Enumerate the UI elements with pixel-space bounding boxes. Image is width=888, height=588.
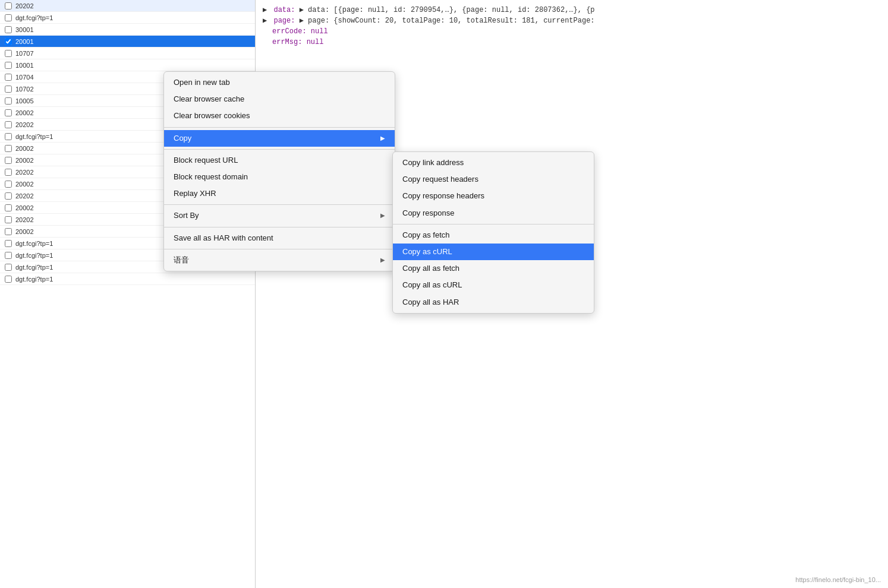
network-item-label: dgt.fcgi?tp=1 xyxy=(15,133,53,140)
value-errcode: null xyxy=(311,27,328,36)
key-errmsg: errMsg: xyxy=(272,38,302,46)
network-item-label: 20002 xyxy=(15,204,34,211)
network-item-label: 20002 xyxy=(15,181,34,188)
network-item-checkbox[interactable] xyxy=(5,62,12,69)
key-errcode: errCode: xyxy=(272,27,307,36)
value-data: ▶ data: [{page: null, id: 2790954,…}, {p… xyxy=(300,6,595,14)
network-item-label: 30001 xyxy=(15,26,34,33)
menu-item-label: Replay XHR xyxy=(174,188,216,199)
network-item-checkbox[interactable] xyxy=(5,181,12,188)
menu-item-label: Clear browser cookies xyxy=(174,110,250,121)
submenu-item-copy-link-address[interactable]: Copy link address xyxy=(393,154,594,171)
submenu-item-copy-all-as-fetch[interactable]: Copy all as fetch xyxy=(393,260,594,277)
submenu-item-label: Copy as cURL xyxy=(402,246,452,257)
submenu-item-copy-response-headers[interactable]: Copy response headers xyxy=(393,188,594,204)
response-line-page: ▶ page: ▶ page: {showCount: 20, totalPag… xyxy=(263,15,881,26)
network-item-checkbox[interactable] xyxy=(5,74,12,81)
network-item-label: dgt.fcgi?tp=1 xyxy=(15,252,53,259)
network-item-checkbox[interactable] xyxy=(5,121,12,128)
menu-item-block-url[interactable]: Block request URL xyxy=(164,152,395,169)
submenu-item-label: Copy response headers xyxy=(402,191,484,201)
submenu-item-label: Copy as fetch xyxy=(402,230,450,241)
submenu-item-copy-response[interactable]: Copy response xyxy=(393,205,594,222)
value-page: ▶ page: {showCount: 20, totalPage: 10, t… xyxy=(300,17,595,25)
menu-item-replay-xhr[interactable]: Replay XHR xyxy=(164,185,395,202)
network-item-label: 20202 xyxy=(15,121,34,128)
key-data: data: xyxy=(273,6,299,14)
menu-separator xyxy=(164,249,395,249)
network-item-label: 20202 xyxy=(15,169,34,176)
submenu-item-label: Copy response xyxy=(402,208,454,219)
menu-separator xyxy=(164,227,395,227)
submenu-item-label: Copy all as cURL xyxy=(402,280,462,290)
network-item-checkbox[interactable] xyxy=(5,240,12,247)
network-item-checkbox[interactable] xyxy=(5,97,12,105)
network-item-checkbox[interactable] xyxy=(5,157,12,164)
submenu-item-label: Copy link address xyxy=(402,157,464,168)
submenu-arrow-icon: ▶ xyxy=(380,134,385,143)
menu-item-label: Open in new tab xyxy=(174,77,230,88)
submenu-item-copy-request-headers[interactable]: Copy request headers xyxy=(393,171,594,188)
network-item-checkbox[interactable] xyxy=(5,2,12,10)
response-line-data: ▶ data: ▶ data: [{page: null, id: 279095… xyxy=(263,5,881,15)
network-item-label: 10001 xyxy=(15,62,34,69)
submenu-arrow-icon: ▶ xyxy=(380,211,385,220)
network-item-checkbox[interactable] xyxy=(5,38,12,45)
network-item-label: dgt.fcgi?tp=1 xyxy=(15,264,53,271)
network-item[interactable]: dgt.fcgi?tp=1 xyxy=(0,12,255,24)
network-item-checkbox[interactable] xyxy=(5,109,12,116)
submenu-item-label: Copy all as fetch xyxy=(402,263,459,274)
network-item-label: 10704 xyxy=(15,74,34,81)
network-item-checkbox[interactable] xyxy=(5,192,12,200)
network-item-label: 10702 xyxy=(15,86,34,93)
network-item-label: dgt.fcgi?tp=1 xyxy=(15,14,53,21)
value-errmsg: null xyxy=(307,38,324,46)
network-item-label: 20202 xyxy=(15,2,34,10)
menu-item-language[interactable]: 语音▶ xyxy=(164,252,395,268)
network-item-checkbox[interactable] xyxy=(5,228,12,235)
network-item-checkbox[interactable] xyxy=(5,169,12,176)
network-item-checkbox[interactable] xyxy=(5,145,12,152)
response-line-errmsg: errMsg: null xyxy=(263,37,881,48)
menu-item-clear-cookies[interactable]: Clear browser cookies xyxy=(164,108,395,124)
submenu-item-copy-as-fetch[interactable]: Copy as fetch xyxy=(393,227,594,244)
status-text: https://finelo.net/fcgi-bin_10... xyxy=(795,576,881,583)
menu-item-label: Block request domain xyxy=(174,172,248,182)
network-item-label: 20002 xyxy=(15,145,34,152)
submenu-item-copy-all-as-curl[interactable]: Copy all as cURL xyxy=(393,277,594,293)
submenu-item-copy-as-curl[interactable]: Copy as cURL xyxy=(393,244,594,260)
network-item[interactable]: dgt.fcgi?tp=1 xyxy=(0,273,255,285)
menu-item-label: Block request URL xyxy=(174,155,238,166)
network-item[interactable]: 10001 xyxy=(0,59,255,71)
menu-item-label: Copy xyxy=(174,133,191,144)
network-item-checkbox[interactable] xyxy=(5,50,12,57)
menu-separator xyxy=(164,204,395,205)
menu-item-copy[interactable]: Copy▶ xyxy=(164,130,395,147)
menu-item-label: Sort By xyxy=(174,210,199,221)
network-item-checkbox[interactable] xyxy=(5,26,12,33)
menu-item-clear-cache[interactable]: Clear browser cache xyxy=(164,91,395,108)
network-item-checkbox[interactable] xyxy=(5,133,12,140)
network-item-checkbox[interactable] xyxy=(5,264,12,271)
menu-item-sort-by[interactable]: Sort By▶ xyxy=(164,207,395,224)
network-item-checkbox[interactable] xyxy=(5,86,12,93)
network-item-checkbox[interactable] xyxy=(5,204,12,211)
network-item[interactable]: 10707 xyxy=(0,48,255,59)
network-item-checkbox[interactable] xyxy=(5,252,12,259)
menu-item-label: 语音 xyxy=(174,255,189,265)
network-item-checkbox[interactable] xyxy=(5,276,12,283)
network-item[interactable]: 20202 xyxy=(0,0,255,12)
menu-item-block-domain[interactable]: Block request domain xyxy=(164,169,395,185)
network-item-label: 10005 xyxy=(15,97,34,105)
submenu-item-copy-all-as-har[interactable]: Copy all as HAR xyxy=(393,294,594,311)
network-item-checkbox[interactable] xyxy=(5,14,12,21)
submenu-separator xyxy=(393,224,594,225)
network-item-label: 20202 xyxy=(15,216,34,223)
network-item[interactable]: 30001 xyxy=(0,24,255,36)
menu-item-open-new-tab[interactable]: Open in new tab xyxy=(164,74,395,91)
response-line-errcode: errCode: null xyxy=(263,26,881,37)
network-item[interactable]: 20001 xyxy=(0,36,255,48)
menu-item-save-har[interactable]: Save all as HAR with content xyxy=(164,230,395,246)
network-item-label: 20202 xyxy=(15,192,34,200)
network-item-checkbox[interactable] xyxy=(5,216,12,223)
